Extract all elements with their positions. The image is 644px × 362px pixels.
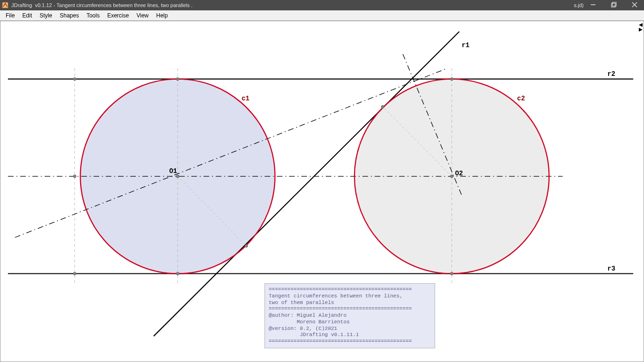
point-o2[interactable] [450, 175, 453, 178]
menu-style[interactable]: Style [36, 11, 56, 20]
panel-toggle-handles[interactable] [638, 22, 644, 34]
maximize-button[interactable] [608, 2, 619, 9]
menu-help[interactable]: Help [152, 11, 172, 20]
menu-edit[interactable]: Edit [18, 11, 36, 20]
label-r3: r3 [607, 265, 615, 272]
label-r2: r2 [607, 70, 615, 78]
minimize-button[interactable] [587, 2, 599, 9]
close-button[interactable] [629, 2, 640, 9]
titlebar: JDrafting v0.1.12 - Tangent circumferenc… [0, 0, 644, 10]
description-box[interactable]: ========================================… [264, 283, 435, 348]
menu-exercise[interactable]: Exercise [103, 11, 132, 20]
label-o1: O1 [169, 167, 177, 175]
label-c1: c1 [241, 95, 249, 102]
label-o2: O2 [455, 170, 463, 177]
svg-rect-3 [612, 2, 616, 6]
point-t-c2-r3[interactable] [450, 272, 453, 275]
menu-view[interactable]: View [132, 11, 152, 20]
menu-file[interactable]: File [2, 11, 18, 20]
point-aux-ml[interactable] [73, 175, 76, 178]
label-c2: c2 [517, 95, 525, 102]
panel-collapse-right-icon[interactable] [639, 28, 643, 32]
menu-shapes[interactable]: Shapes [56, 11, 83, 20]
point-t-c1-r2[interactable] [176, 78, 179, 81]
window-title: JDrafting v0.1.12 - Tangent circumferenc… [11, 2, 574, 8]
point-t-c1-r1[interactable] [245, 245, 248, 247]
svg-rect-2 [611, 3, 615, 7]
menu-tools[interactable]: Tools [83, 11, 103, 20]
panel-collapse-left-icon[interactable] [639, 23, 643, 27]
label-r1: r1 [462, 41, 470, 49]
app-icon [2, 2, 8, 8]
point-aux-bl[interactable] [73, 272, 76, 275]
point-t-c2-r1[interactable] [381, 106, 384, 108]
point-o1[interactable] [176, 175, 179, 178]
canvas[interactable]: r1 r2 r3 c1 c2 O1 O2 ===================… [0, 21, 644, 362]
window-title-suffix: s.jd) [574, 2, 584, 8]
menubar: File Edit Style Shapes Tools Exercise Vi… [0, 10, 644, 21]
window-controls [587, 2, 640, 9]
point-t-c1-r3[interactable] [176, 272, 179, 275]
point-aux-tl[interactable] [73, 78, 76, 81]
point-t-c2-r2[interactable] [450, 78, 453, 81]
